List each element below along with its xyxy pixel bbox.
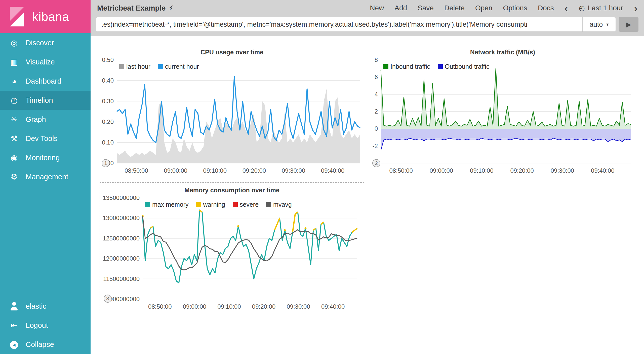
chart-svg[interactable]: -4-20246808:50:0009:00:0009:10:0009:20:0… <box>370 57 635 176</box>
menu-item-save[interactable]: Save <box>418 4 434 12</box>
y-axis-tick: -2 <box>373 143 378 149</box>
interval-value: auto <box>590 21 603 28</box>
kibana-logo[interactable]: kibana <box>0 0 91 33</box>
chart-legend: last hourcurrent hour <box>119 63 199 70</box>
x-axis-tick: 09:00:00 <box>183 303 206 310</box>
collapse-icon: ◂ <box>10 341 18 349</box>
sidebar-item-dashboard[interactable]: ◕ Dashboard <box>0 72 91 91</box>
chart-plot[interactable]: -4-20246808:50:0009:00:0009:10:0009:20:0… <box>370 57 635 176</box>
warning-segment <box>313 228 316 230</box>
clock-icon: ◴ <box>579 4 585 12</box>
chart-svg[interactable]: 1100000000011500000000120000000001250000… <box>103 195 361 312</box>
y-axis-tick: 4 <box>375 91 378 98</box>
sidebar-item-label: Management <box>26 173 68 181</box>
timelion-sheet: CPU usage over time 0.000.100.200.300.40… <box>91 36 644 313</box>
time-picker-label: Last 1 hour <box>588 4 623 12</box>
chart-svg[interactable]: 0.000.100.200.300.400.5008:50:0009:00:00… <box>100 57 364 176</box>
chart-title: CPU usage over time <box>100 47 364 57</box>
menu-item-add[interactable]: Add <box>394 4 407 12</box>
monitoring-icon: ◉ <box>9 154 20 162</box>
x-axis-tick: 08:50:00 <box>125 167 148 174</box>
sidebar-item-label: Discover <box>26 39 54 47</box>
y-axis-tick: 13500000000 <box>103 195 140 201</box>
sidebar-item-collapse[interactable]: ◂ Collapse <box>0 335 91 354</box>
sidebar-item-dev-tools[interactable]: ⚒ Dev Tools <box>0 129 91 148</box>
legend-item[interactable]: mvavg <box>266 201 292 208</box>
sidebar-item-discover[interactable]: ◎ Discover <box>0 33 91 52</box>
bar-chart-icon: ▥ <box>9 58 20 66</box>
y-axis-tick: 0.50 <box>102 57 114 63</box>
timelion-query-input[interactable] <box>96 17 582 31</box>
y-axis-tick: 12500000000 <box>103 235 140 242</box>
sidebar-item-label: Dashboard <box>26 77 61 85</box>
query-box: auto ▾ <box>96 17 616 32</box>
y-axis-tick: 6 <box>375 74 378 80</box>
y-axis-tick: 0.40 <box>102 77 114 84</box>
sidebar: kibana ◎ Discover ▥ Visualize ◕ Dashboar… <box>0 0 91 354</box>
interval-select[interactable]: auto ▾ <box>582 17 616 31</box>
brand-name: kibana <box>32 10 69 24</box>
sidebar-spacer <box>0 186 91 297</box>
wrench-icon: ⚒ <box>9 135 20 143</box>
menu-item-docs[interactable]: Docs <box>538 4 554 12</box>
legend-swatch <box>383 64 388 69</box>
chart-plot[interactable]: 0.000.100.200.300.400.5008:50:0009:00:00… <box>100 57 364 176</box>
legend-item[interactable]: Inbound traffic <box>383 63 430 70</box>
page-title-text: Metricbeat Example <box>97 4 166 12</box>
lightning-icon: ⚡ <box>169 4 173 12</box>
warning-point <box>304 227 306 229</box>
sidebar-item-label: Logout <box>26 321 48 330</box>
legend-item[interactable]: current hour <box>158 63 199 70</box>
sidebar-item-elastic[interactable]: elastic <box>0 297 91 316</box>
legend-item[interactable]: last hour <box>119 63 150 70</box>
x-axis-tick: 09:00:00 <box>430 167 453 174</box>
legend-item[interactable]: Outbound traffic <box>438 63 489 70</box>
series-line <box>143 216 357 270</box>
y-axis-tick: 12000000000 <box>103 255 140 262</box>
legend-swatch <box>438 64 443 69</box>
play-button[interactable]: ▶ <box>619 17 638 32</box>
kibana-app: kibana ◎ Discover ▥ Visualize ◕ Dashboar… <box>0 0 644 354</box>
x-axis-tick: 09:30:00 <box>287 303 310 310</box>
time-picker[interactable]: ◴ Last 1 hour <box>579 4 623 12</box>
sidebar-item-timelion[interactable]: ◷ Timelion <box>0 91 91 110</box>
content-area: Metricbeat Example ⚡ New Add Save Delete… <box>91 0 644 354</box>
legend-swatch <box>233 202 238 207</box>
chart-title: Memory consumption over time <box>103 185 361 195</box>
query-bar: auto ▾ ▶ <box>91 16 644 36</box>
warning-segment <box>321 222 324 224</box>
legend-label: mvavg <box>273 201 292 208</box>
series-area <box>381 129 631 150</box>
x-axis-tick: 09:10:00 <box>470 167 493 174</box>
menu-item-open[interactable]: Open <box>475 4 493 12</box>
sidebar-nav: ◎ Discover ▥ Visualize ◕ Dashboard ◷ Tim… <box>0 33 91 186</box>
legend-label: Inbound traffic <box>390 63 430 70</box>
sidebar-item-graph[interactable]: ✳ Graph <box>0 110 91 129</box>
sidebar-item-monitoring[interactable]: ◉ Monitoring <box>0 148 91 167</box>
legend-item[interactable]: max memory <box>145 201 188 208</box>
chevron-left-icon[interactable]: ‹ <box>565 4 568 13</box>
warning-point <box>237 225 239 227</box>
sidebar-item-logout[interactable]: ⇤ Logout <box>0 316 91 335</box>
legend-swatch <box>158 64 163 69</box>
y-axis-tick: 0.20 <box>102 118 114 125</box>
sidebar-item-visualize[interactable]: ▥ Visualize <box>0 52 91 72</box>
chart-plot[interactable]: 1100000000011500000000120000000001250000… <box>103 195 361 312</box>
menu-item-new[interactable]: New <box>370 4 384 12</box>
y-axis-tick: 8 <box>375 57 378 63</box>
dashboard-icon: ◕ <box>9 77 20 85</box>
x-axis-tick: 09:10:00 <box>217 303 241 310</box>
legend-label: last hour <box>126 63 150 70</box>
legend-label: Outbound traffic <box>445 63 489 70</box>
chart-legend: Inbound trafficOutbound traffic <box>383 63 489 70</box>
user-icon <box>9 301 20 311</box>
chevron-right-icon[interactable]: › <box>634 4 637 13</box>
menu-item-delete[interactable]: Delete <box>444 4 465 12</box>
legend-item[interactable]: warning <box>196 201 225 208</box>
sidebar-item-management[interactable]: ⚙ Management <box>0 167 91 186</box>
legend-swatch <box>119 64 124 69</box>
menu-item-options[interactable]: Options <box>503 4 527 12</box>
x-axis-tick: 09:40:00 <box>321 303 345 310</box>
legend-item[interactable]: severe <box>233 201 259 208</box>
chart-legend: max memorywarningseveremvavg <box>145 201 292 208</box>
